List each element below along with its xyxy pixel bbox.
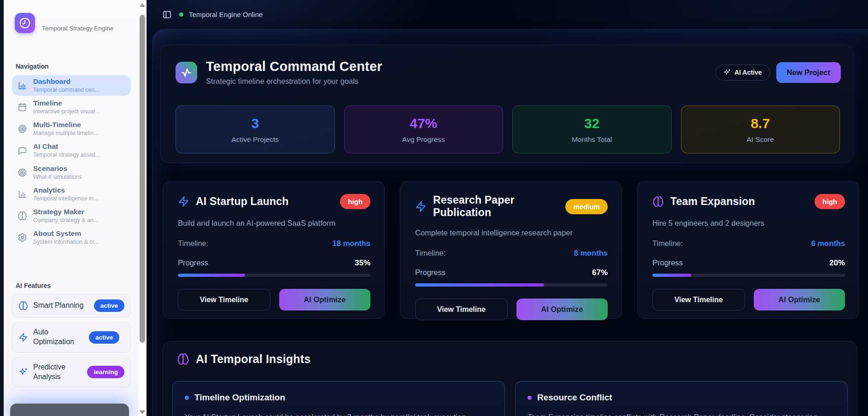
sidebar-toggle-icon[interactable] [162, 10, 172, 19]
nav-item-desc: Temporal strategy assist... [33, 151, 100, 158]
insight-text: Your AI Startup Launch could be accelera… [185, 411, 493, 416]
sidebar-item-about-system[interactable]: About System System information & cr... [12, 227, 131, 248]
feature-predictive-analysis[interactable]: Predictive Analysis learning [12, 357, 131, 387]
nav-item-label: Timeline [33, 99, 100, 108]
bar-chart-icon [18, 81, 27, 90]
stat-months-total: 32 Months Total [512, 105, 672, 153]
sidebar-item-strategy-maker[interactable]: Strategy Maker Company strategy & an... [12, 205, 131, 226]
project-title: Team Expansion [670, 195, 815, 208]
sparkles-icon [723, 69, 731, 76]
status-text: Temporal Engine Online [189, 11, 263, 18]
project-title: AI Startup Launch [196, 195, 340, 208]
scrollbar-thumb[interactable] [140, 15, 145, 343]
sidebar-item-dashboard[interactable]: Dashboard Temporal command cen... [12, 75, 131, 96]
sidebar-item-scenarios[interactable]: Scenarios What-if simulations [12, 162, 131, 183]
progress-label: Progress [415, 268, 446, 277]
nav-item-desc: Interactive project visual... [33, 108, 100, 115]
feature-auto-optimization[interactable]: Auto Optimization active [12, 322, 131, 352]
timeline-label: Timeline: [652, 239, 683, 248]
project-card-ai-startup-launch: AI Startup Launch high Build and launch … [163, 181, 385, 319]
ai-features-label: AI Features [16, 282, 138, 289]
progress-fill [178, 274, 245, 277]
scroll-up-arrow[interactable] [140, 3, 145, 7]
priority-badge: high [340, 194, 370, 209]
nav-item-desc: Manage multiple timelin... [33, 129, 99, 137]
progress-bar [652, 274, 845, 277]
window-edge [0, 0, 4, 416]
lightning-icon [178, 196, 189, 207]
gear-icon [18, 233, 27, 242]
view-timeline-button[interactable]: View Timeline [415, 299, 508, 320]
insights-title: AI Temporal Insights [196, 352, 311, 366]
scroll-down-arrow[interactable] [140, 410, 145, 414]
sidebar-item-analytics[interactable]: Analytics Temporal intelligence in... [12, 184, 131, 205]
target-icon [18, 168, 27, 177]
stat-value: 8.7 [751, 116, 770, 131]
feature-label: Auto Optimization [33, 328, 84, 347]
insight-title: Timeline Optimization [194, 393, 285, 403]
view-timeline-button[interactable]: View Timeline [652, 289, 745, 311]
ai-optimize-button[interactable]: AI Optimize [279, 289, 371, 311]
bar-chart-icon [18, 189, 27, 199]
sidebar-item-timeline[interactable]: Timeline Interactive project visual... [12, 97, 131, 117]
stat-value: 47% [410, 116, 437, 131]
timeline-value: 18 months [332, 239, 370, 248]
stat-value: 3 [251, 116, 259, 131]
priority-badge: medium [565, 199, 608, 214]
command-center-header: Temporal Command Center Strategic timeli… [161, 45, 853, 86]
nav-section-label: Navigation [16, 63, 138, 70]
sparkles-icon [18, 367, 28, 377]
nav-item-label: Scenarios [33, 164, 82, 173]
sidebar-item-multi-timeline[interactable]: Multi-Timeline Manage multiple timelin..… [12, 118, 131, 139]
nav-item-label: Strategy Maker [33, 208, 98, 217]
ai-optimize-button[interactable]: AI Optimize [754, 289, 845, 311]
stat-avg-progress: 47% Avg Progress [344, 105, 504, 153]
project-card-team-expansion: Team Expansion high Hire 5 engineers and… [637, 181, 859, 319]
insight-title: Resource Conflict [537, 393, 612, 403]
nav-item-desc: What-if simulations [33, 173, 82, 181]
brain-icon [177, 353, 189, 365]
top-bar: Temporal Engine Online [147, 0, 868, 29]
nav-item-label: About System [33, 229, 99, 238]
chat-icon [18, 146, 27, 156]
nav-item-desc: Temporal intelligence in... [33, 195, 98, 202]
activity-icon [176, 62, 197, 83]
ai-optimize-button[interactable]: AI Optimize [516, 299, 608, 320]
clock-icon [15, 13, 35, 33]
sidebar-bottom-panel [10, 404, 129, 416]
view-timeline-button[interactable]: View Timeline [178, 289, 270, 311]
sidebar-scrollbar[interactable] [138, 0, 147, 416]
nav-list: Dashboard Temporal command cen... Timeli… [4, 75, 138, 248]
stat-ai-score: 8.7 AI Score [681, 105, 840, 153]
calendar-icon [18, 102, 27, 112]
projects-row: AI Startup Launch high Build and launch … [163, 181, 859, 319]
brain-icon [18, 301, 28, 311]
project-description: Build and launch an AI-powered SaaS plat… [178, 219, 370, 228]
timeline-value: 6 months [811, 239, 845, 248]
nav-item-desc: Company strategy & an... [33, 217, 98, 224]
brain-icon [18, 211, 27, 221]
project-description: Complete temporal intelligence research … [415, 229, 608, 237]
bullet-dot-icon [528, 396, 532, 400]
ai-active-badge[interactable]: AI Active [716, 64, 769, 81]
stat-label: AI Score [747, 135, 774, 144]
nav-item-desc: Temporal command cen... [33, 86, 100, 94]
ai-insights-panel: AI Temporal Insights Timeline Optimizati… [163, 341, 857, 416]
progress-label: Progress [652, 258, 683, 268]
progress-value: 20% [829, 258, 845, 268]
app-title: Temporal Strategy Engine [42, 25, 113, 32]
timeline-value: 8 months [574, 249, 608, 258]
sidebar-item-ai-chat[interactable]: AI Chat Temporal strategy assist... [12, 140, 131, 161]
nav-item-label: Dashboard [33, 77, 100, 86]
new-project-button[interactable]: New Project [776, 62, 841, 83]
insight-card-timeline-optimization: Timeline Optimization Your AI Startup La… [172, 381, 505, 416]
stats-row: 3 Active Projects 47% Avg Progress 32 Mo… [161, 105, 853, 153]
project-title: Research Paper Publication [433, 194, 565, 219]
stat-label: Months Total [572, 135, 612, 144]
feature-smart-planning[interactable]: Smart Planning active [12, 294, 131, 317]
status-badge: active [94, 299, 124, 312]
command-center-card: Temporal Command Center Strategic timeli… [160, 45, 853, 163]
stat-label: Avg Progress [402, 135, 445, 144]
feature-label: Smart Planning [33, 301, 89, 311]
stat-label: Active Projects [231, 135, 279, 144]
